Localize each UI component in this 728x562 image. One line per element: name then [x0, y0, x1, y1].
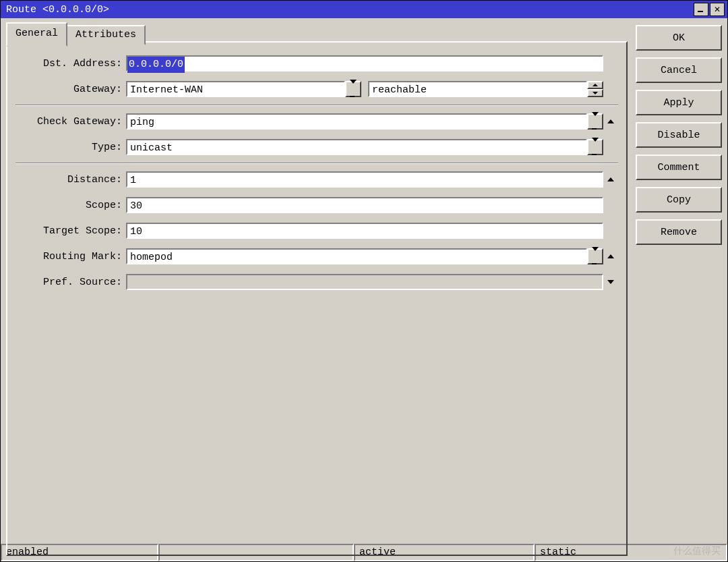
distance-input[interactable]: 1: [126, 171, 603, 188]
tab-strip: General Attributes: [6, 24, 628, 43]
comment-button[interactable]: Comment: [636, 154, 722, 180]
ok-button[interactable]: OK: [636, 25, 722, 51]
row-dst-address: Dst. Address: 0.0.0.0/0: [16, 51, 618, 76]
titlebar: Route <0.0.0.0/0> ✕: [1, 1, 727, 18]
pref-source-expand-icon[interactable]: [603, 280, 618, 284]
row-pref-source: Pref. Source:: [16, 269, 618, 295]
main-panel: General Attributes Dst. Address: 0.0.0.0…: [6, 24, 628, 556]
scope-input[interactable]: 30: [126, 197, 603, 213]
row-gateway: Gateway: Internet-WAN reachable: [16, 76, 618, 102]
distance-collapse-icon[interactable]: [603, 177, 618, 181]
general-panel: Dst. Address: 0.0.0.0/0 Gateway: Interne…: [6, 41, 628, 556]
disable-button[interactable]: Disable: [636, 122, 722, 148]
svg-rect-0: [698, 11, 703, 12]
tab-general[interactable]: General: [6, 22, 67, 47]
target-scope-input[interactable]: 10: [126, 223, 603, 239]
gateway-dropdown-button[interactable]: [345, 81, 361, 97]
remove-button[interactable]: Remove: [636, 219, 722, 245]
check-gateway-collapse-icon[interactable]: [603, 119, 618, 123]
label-pref-source: Pref. Source:: [16, 277, 126, 288]
route-dialog: Route <0.0.0.0/0> ✕ General Attributes D…: [0, 0, 728, 562]
copy-button[interactable]: Copy: [636, 187, 722, 213]
label-check-gateway: Check Gateway:: [16, 116, 126, 128]
cancel-button[interactable]: Cancel: [636, 57, 722, 83]
routing-mark-dropdown-button[interactable]: [587, 248, 603, 264]
pref-source-input[interactable]: [126, 274, 603, 290]
gateway-stepper[interactable]: [587, 81, 603, 97]
label-dst-address: Dst. Address:: [16, 58, 126, 69]
gateway-status: reachable: [368, 81, 587, 97]
row-type: Type: unicast: [16, 134, 618, 160]
minimize-button[interactable]: [694, 3, 708, 16]
window-title: Route <0.0.0.0/0>: [3, 4, 692, 16]
routing-mark-collapse-icon[interactable]: [603, 254, 618, 258]
close-button[interactable]: ✕: [710, 3, 725, 16]
separator: [16, 105, 618, 106]
apply-button[interactable]: Apply: [636, 90, 722, 115]
dst-address-input[interactable]: 0.0.0.0/0: [126, 55, 603, 72]
tab-attributes[interactable]: Attributes: [66, 25, 146, 45]
gateway-step-up[interactable]: [587, 81, 603, 89]
client-area: General Attributes Dst. Address: 0.0.0.0…: [1, 18, 727, 561]
label-type: Type:: [16, 142, 126, 153]
separator: [16, 163, 618, 164]
label-routing-mark: Routing Mark:: [16, 251, 126, 262]
label-target-scope: Target Scope:: [16, 225, 126, 237]
label-distance: Distance:: [16, 174, 126, 186]
row-distance: Distance: 1: [16, 167, 618, 192]
row-target-scope: Target Scope: 10: [16, 218, 618, 244]
row-scope: Scope: 30: [16, 192, 618, 218]
type-dropdown-button[interactable]: [587, 139, 603, 155]
check-gateway-dropdown-button[interactable]: [587, 113, 603, 130]
dialog-body: General Attributes Dst. Address: 0.0.0.0…: [1, 18, 727, 561]
label-gateway: Gateway:: [16, 84, 126, 95]
type-input[interactable]: unicast: [126, 139, 587, 155]
label-scope: Scope:: [16, 200, 126, 211]
gateway-input[interactable]: Internet-WAN: [126, 81, 345, 97]
check-gateway-input[interactable]: ping: [126, 113, 587, 130]
row-routing-mark: Routing Mark: homepod: [16, 244, 618, 269]
row-check-gateway: Check Gateway: ping: [16, 109, 618, 134]
routing-mark-input[interactable]: homepod: [126, 248, 587, 264]
button-column: OK Cancel Apply Disable Comment Copy Rem…: [636, 24, 722, 556]
gateway-step-down[interactable]: [587, 89, 603, 97]
